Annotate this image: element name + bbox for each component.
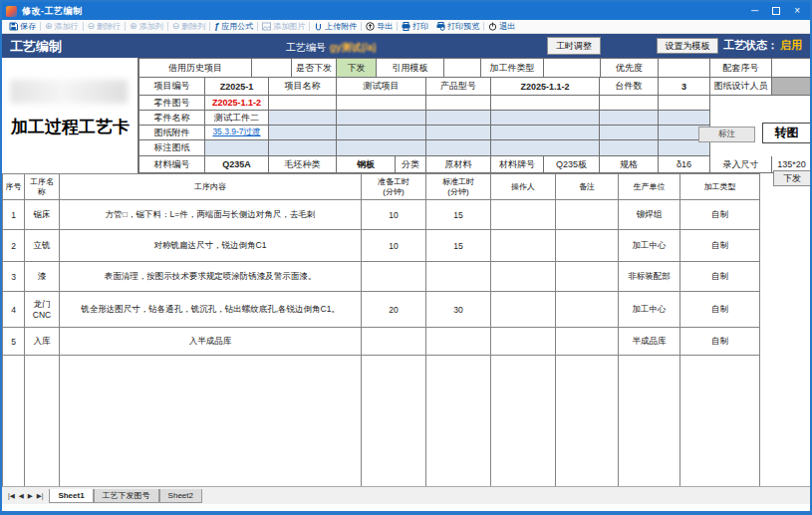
attachment-link[interactable]: 35.3.9-7过渡	[212, 127, 260, 138]
cell-unit[interactable]: 加工中心	[619, 292, 680, 328]
empty-cell[interactable]	[659, 96, 710, 111]
cell-op-name[interactable]: 入库	[25, 328, 60, 356]
cell-seq[interactable]: 1	[3, 200, 25, 230]
empty-cell[interactable]	[269, 140, 337, 156]
empty-cell[interactable]	[337, 96, 426, 111]
priority-value[interactable]	[659, 59, 710, 78]
cell-work-type[interactable]: 自制	[680, 262, 760, 292]
part-no-value[interactable]: Z2025-1.1-2	[205, 96, 269, 111]
cell-note[interactable]	[556, 292, 619, 328]
cell-operator[interactable]	[491, 328, 556, 356]
empty-cell[interactable]	[659, 140, 710, 156]
borrow-history-cell[interactable]: 借用历史项目	[139, 59, 252, 78]
empty-cell[interactable]	[269, 126, 337, 140]
export-button[interactable]: 导出	[362, 21, 397, 32]
exit-button[interactable]: 退出	[484, 21, 519, 32]
save-button[interactable]: 保存	[5, 21, 40, 32]
empty-cell[interactable]	[269, 111, 337, 126]
close-icon[interactable]: ×	[794, 6, 800, 16]
empty-cell[interactable]	[491, 126, 600, 140]
empty-cell[interactable]	[426, 111, 491, 126]
empty-cell[interactable]	[426, 96, 491, 111]
empty-cell[interactable]	[600, 140, 659, 156]
grade-value[interactable]: Q235板	[544, 156, 600, 173]
cell-op-content[interactable]: 入半成品库	[60, 328, 362, 356]
cell-work-type[interactable]: 自制	[680, 292, 760, 328]
prev-sheet-icon[interactable]: ◀	[19, 492, 24, 500]
part-name-value[interactable]: 测试工件二	[205, 111, 269, 126]
blank-type-value[interactable]: 钢板	[337, 156, 396, 173]
cell-std-time[interactable]: 15	[426, 230, 491, 262]
cell-op-content[interactable]: 表面清理，按图示技术要求规定喷涂防锈漆及警示面漆。	[60, 262, 362, 292]
first-sheet-icon[interactable]: |◀	[8, 492, 15, 500]
dispatch-status-cell[interactable]: 下发	[337, 59, 377, 78]
cell-op-content[interactable]: 方管□，锯下料：L=件，两端面与长侧边对角尺，去毛刺	[60, 200, 362, 230]
annotate-button[interactable]: 标注	[698, 127, 755, 142]
time-adjust-button[interactable]: 工时调整	[547, 37, 601, 55]
dispatch-button[interactable]: 下发	[773, 170, 811, 186]
cell-unit[interactable]: 半成品库	[619, 328, 680, 356]
empty-cell[interactable]	[600, 96, 659, 111]
set-template-button[interactable]: 设置为模板	[657, 38, 718, 54]
cell-seq[interactable]: 3	[3, 262, 25, 292]
cell-op-name[interactable]: 锯床	[25, 200, 60, 230]
cell-operator[interactable]	[491, 200, 556, 230]
cell-operator[interactable]	[491, 262, 556, 292]
cell-seq[interactable]: 4	[3, 292, 25, 328]
cell-prep-time[interactable]	[362, 262, 426, 292]
material-no-value[interactable]: Q235A	[205, 156, 269, 173]
cell-op-content[interactable]: 对称铣扁达尺寸，锐边倒角C1	[60, 230, 362, 262]
cell-op-name[interactable]: 立铣	[25, 230, 60, 262]
empty-cell[interactable]	[491, 111, 600, 126]
qty-value[interactable]: 3	[659, 78, 710, 96]
product-model-value[interactable]: Z2025-1.1-2	[491, 78, 600, 96]
spec-value[interactable]: δ16	[659, 156, 710, 173]
cell-work-type[interactable]: 自制	[680, 200, 760, 230]
empty-cell[interactable]	[491, 96, 600, 111]
cell-prep-time[interactable]: 10	[362, 230, 426, 262]
restore-icon[interactable]	[772, 7, 780, 15]
empty-cell[interactable]	[337, 126, 426, 140]
cell-seq[interactable]: 5	[3, 328, 25, 356]
cell-note[interactable]	[556, 328, 619, 356]
last-sheet-icon[interactable]: ▶|	[37, 492, 44, 500]
cell-std-time[interactable]: 30	[426, 292, 491, 328]
empty-cell[interactable]	[444, 59, 481, 78]
print-button[interactable]: 打印	[398, 21, 432, 32]
project-no-value[interactable]: Z2025-1	[205, 78, 269, 96]
empty-cell[interactable]	[362, 356, 426, 490]
tab-sheet2[interactable]: Sheet2	[159, 489, 202, 503]
empty-cell[interactable]	[600, 111, 659, 126]
empty-cell[interactable]	[426, 126, 491, 140]
category-value[interactable]: 原材料	[426, 156, 491, 173]
empty-cell[interactable]	[60, 356, 362, 490]
tab-dispatch-drawings[interactable]: 工艺下发图号	[94, 489, 159, 503]
cell-work-type[interactable]: 自制	[680, 328, 760, 356]
empty-cell[interactable]	[680, 356, 760, 490]
apply-formula-button[interactable]: ƒ应用公式	[210, 21, 257, 32]
empty-cell[interactable]	[491, 356, 556, 490]
empty-cell[interactable]	[491, 140, 600, 156]
empty-cell[interactable]	[25, 356, 60, 490]
upload-attachment-button[interactable]: 上传附件	[310, 21, 361, 32]
work-type-value[interactable]	[544, 59, 601, 78]
empty-cell[interactable]	[556, 356, 619, 490]
cell-unit[interactable]: 铆焊组	[619, 200, 680, 230]
cell-unit[interactable]: 加工中心	[619, 230, 680, 262]
empty-cell[interactable]	[337, 111, 426, 126]
cell-prep-time[interactable]	[362, 328, 426, 356]
cell-seq[interactable]: 2	[3, 230, 25, 262]
cell-note[interactable]	[556, 262, 619, 292]
cell-work-type[interactable]: 自制	[680, 230, 760, 262]
cell-prep-time[interactable]: 10	[362, 200, 426, 230]
next-sheet-icon[interactable]: ▶	[28, 492, 33, 500]
cell-op-content[interactable]: 铣全形达图尺寸，钻各通孔，铣沉孔，钻出螺纹底孔,各锐边倒角C1。	[60, 292, 362, 328]
designer-value[interactable]	[772, 78, 812, 96]
cell-op-name[interactable]: 龙门 CNC	[25, 292, 60, 328]
empty-cell[interactable]	[619, 356, 680, 490]
tab-sheet1[interactable]: Sheet1	[49, 489, 93, 503]
match-no-value[interactable]	[772, 59, 812, 78]
empty-cell[interactable]	[426, 140, 491, 156]
cell-operator[interactable]	[491, 230, 556, 262]
cell-note[interactable]	[556, 200, 619, 230]
